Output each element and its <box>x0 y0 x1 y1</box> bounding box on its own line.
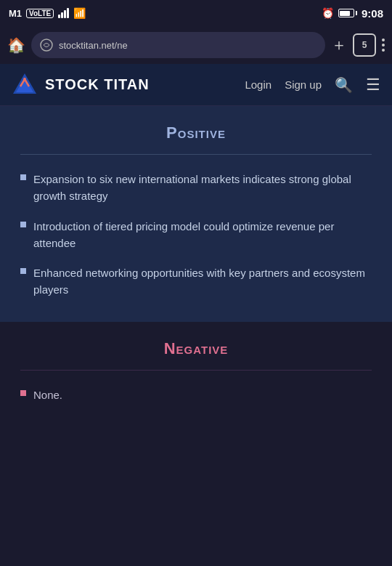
negative-item-1: None. <box>33 387 62 403</box>
list-item: None. <box>20 387 372 403</box>
bullet-icon <box>20 268 26 274</box>
carrier-info: M1 VoLTE 📶 <box>9 7 86 19</box>
positive-item-3: Enhanced networking opportunities with k… <box>33 264 372 299</box>
nav-links: Login Sign up 🔍 ☰ <box>245 76 380 94</box>
positive-title: Positive <box>20 124 372 142</box>
list-item: Expansion to six new international marke… <box>20 171 372 205</box>
site-navbar: STOCK TITAN Login Sign up 🔍 ☰ <box>0 64 392 106</box>
main-content: Positive Expansion to six new internatio… <box>0 106 392 438</box>
login-link[interactable]: Login <box>245 78 271 91</box>
bullet-icon <box>20 174 26 180</box>
battery-icon <box>338 9 357 17</box>
positive-bullet-list: Expansion to six new international marke… <box>20 171 372 299</box>
site-logo-text: STOCK TITAN <box>45 76 150 93</box>
home-button[interactable]: 🏠 <box>7 36 25 54</box>
carrier-type: VoLTE <box>26 9 54 18</box>
logo-icon <box>12 72 38 98</box>
list-item: Introduction of tiered pricing model cou… <box>20 218 372 252</box>
alarm-icon: ⏰ <box>322 7 334 19</box>
signup-link[interactable]: Sign up <box>285 78 322 91</box>
url-text: stocktitan.net/ne <box>59 40 317 51</box>
hamburger-menu-icon[interactable]: ☰ <box>366 76 380 94</box>
url-bar[interactable]: stocktitan.net/ne <box>31 32 325 58</box>
status-bar: M1 VoLTE 📶 ⏰ 9:08 <box>0 0 392 26</box>
site-icon <box>40 39 53 52</box>
system-icons: ⏰ 9:08 <box>322 7 383 20</box>
bullet-icon <box>20 390 26 396</box>
positive-item-1: Expansion to six new international marke… <box>33 171 372 205</box>
negative-divider <box>20 370 372 371</box>
logo-area: STOCK TITAN <box>12 72 245 98</box>
list-item: Enhanced networking opportunities with k… <box>20 264 372 299</box>
time-display: 9:08 <box>362 7 383 20</box>
bullet-icon <box>20 222 26 227</box>
more-options-button[interactable] <box>382 39 385 52</box>
positive-divider <box>20 154 372 155</box>
tab-switcher-button[interactable]: 5 <box>353 33 376 57</box>
positive-section: Positive Expansion to six new internatio… <box>0 106 392 322</box>
browser-toolbar: 🏠 stocktitan.net/ne ＋ 5 <box>0 26 392 64</box>
negative-title: Negative <box>20 339 372 358</box>
negative-section: Negative None. <box>0 322 392 438</box>
wifi-icon: 📶 <box>73 7 86 19</box>
search-icon[interactable]: 🔍 <box>335 76 353 94</box>
svg-point-0 <box>41 39 52 51</box>
negative-bullet-list: None. <box>20 387 372 403</box>
carrier-name: M1 <box>9 8 22 19</box>
signal-icon <box>58 8 69 18</box>
svg-point-3 <box>23 78 26 81</box>
new-tab-button[interactable]: ＋ <box>331 34 347 56</box>
positive-item-2: Introduction of tiered pricing model cou… <box>33 218 372 252</box>
